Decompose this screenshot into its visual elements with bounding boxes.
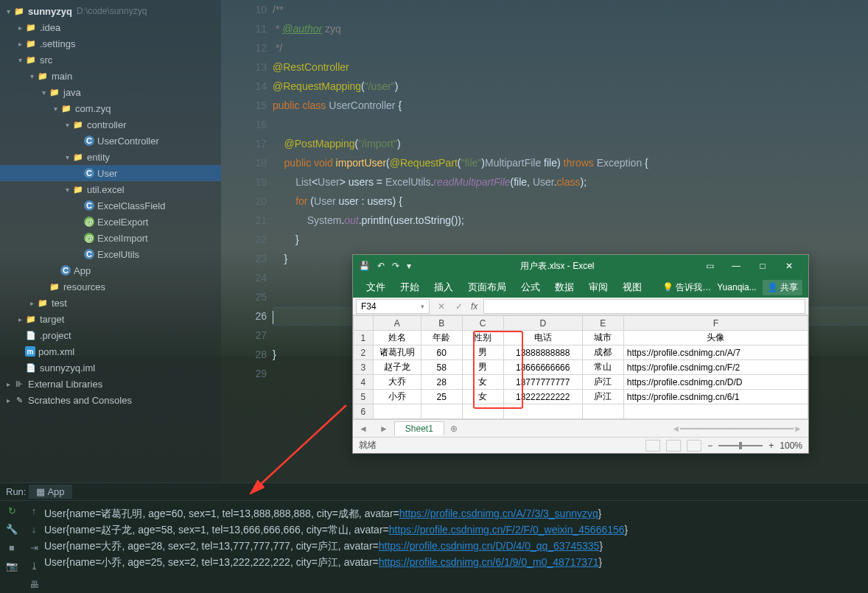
tree-item--settings[interactable]: ▸📁.settings <box>0 35 221 52</box>
tree-item-excelimport[interactable]: ▸@ExcelImport <box>0 230 221 246</box>
print-icon[interactable]: 🖶 <box>29 579 39 590</box>
tree-item-user[interactable]: ▸CUser <box>0 165 221 181</box>
ribbon-tab-页面布局[interactable]: 页面布局 <box>461 281 514 294</box>
excel-statusbar: 就绪 − + 100% <box>353 437 808 453</box>
excel-titlebar[interactable]: 💾 ↶ ↷ ▾ 用户表.xlsx - Excel ▭ — □ ✕ <box>353 255 808 277</box>
share-button[interactable]: 👤 共享 <box>763 280 802 295</box>
tree-item-entity[interactable]: ▾📁entity <box>0 149 221 165</box>
excel-title: 用户表.xlsx - Excel <box>419 260 696 273</box>
ribbon-tab-文件[interactable]: 文件 <box>359 281 393 294</box>
tree-item--project[interactable]: ▸📄.project <box>0 327 221 343</box>
sheet-nav-next-icon[interactable]: ► <box>374 424 394 434</box>
tree-item--idea[interactable]: ▸📁.idea <box>0 19 221 35</box>
close-icon[interactable]: ✕ <box>776 258 802 274</box>
console-output[interactable]: User{name=诸葛孔明, age=60, sex=1, tel=13,88… <box>44 501 868 593</box>
run-panel: Run: ▦ App ↻ 🔧 ■ 📷 ↑ ↓ ⇥ ⤓ 🖶 User{name=诸… <box>0 483 868 593</box>
run-tab[interactable]: ▦ App <box>29 485 71 499</box>
zoom-level[interactable]: 100% <box>780 441 802 451</box>
project-root[interactable]: ▾📁sunnyzyqD:\code\sunnyzyq <box>0 3 221 19</box>
ribbon-tab-视图[interactable]: 视图 <box>615 281 649 294</box>
tell-me[interactable]: 💡 告诉我… <box>662 281 711 294</box>
ribbon-tab-开始[interactable]: 开始 <box>393 281 427 294</box>
tree-item-java[interactable]: ▾📁java <box>0 84 221 100</box>
wrench-icon[interactable]: 🔧 <box>6 524 18 535</box>
save-icon[interactable]: 💾 <box>359 261 370 271</box>
up-icon[interactable]: ↑ <box>32 505 37 516</box>
redo-icon[interactable]: ↷ <box>392 261 399 271</box>
sheet-tabs: ◄ ► Sheet1 ⊕ ◄━━━━━━━━━━━━━━━━━━━━━━► <box>353 419 808 437</box>
view-break-icon[interactable] <box>687 440 701 452</box>
excel-ribbon: 文件开始插入页面布局公式数据审阅视图 💡 告诉我… Yuanqia... 👤 共… <box>353 277 808 298</box>
tree-item-util-excel[interactable]: ▾📁util.excel <box>0 181 221 197</box>
view-normal-icon[interactable] <box>645 440 660 452</box>
down-icon[interactable]: ↓ <box>32 524 37 535</box>
enter-icon[interactable]: ✓ <box>450 301 468 312</box>
sheet-tab[interactable]: Sheet1 <box>394 421 444 435</box>
formula-bar: F34▾ ✕ ✓ fx <box>353 298 808 315</box>
zoom-in-icon[interactable]: + <box>769 441 774 451</box>
ribbon-tab-数据[interactable]: 数据 <box>547 281 581 294</box>
tree-item-com-zyq[interactable]: ▾📁com.zyq <box>0 100 221 116</box>
tree-item-main[interactable]: ▾📁main <box>0 68 221 84</box>
ribbon-display-icon[interactable]: ▭ <box>696 258 723 274</box>
maximize-icon[interactable]: □ <box>749 258 776 274</box>
undo-icon[interactable]: ↶ <box>377 261 385 271</box>
ribbon-tab-插入[interactable]: 插入 <box>427 281 461 294</box>
fx-icon[interactable]: fx <box>468 301 480 312</box>
tree-item-excelclassfield[interactable]: ▸CExcelClassField <box>0 197 221 214</box>
sheet-nav-prev-icon[interactable]: ◄ <box>353 424 374 434</box>
project-tree: ▾📁sunnyzyqD:\code\sunnyzyq▸📁.idea▸📁.sett… <box>0 0 221 483</box>
tree-item-controller[interactable]: ▾📁controller <box>0 116 221 133</box>
soft-wrap-icon[interactable]: ⇥ <box>30 542 38 553</box>
name-box[interactable]: F34▾ <box>356 299 430 314</box>
tree-item-external-libraries[interactable]: ▸⊪External Libraries <box>0 376 221 392</box>
excel-window: 💾 ↶ ↷ ▾ 用户表.xlsx - Excel ▭ — □ ✕ 文件开始插入页… <box>352 254 809 454</box>
tree-item-pom-xml[interactable]: ▸mpom.xml <box>0 343 221 359</box>
zoom-out-icon[interactable]: − <box>707 441 713 451</box>
camera-icon[interactable]: 📷 <box>6 561 18 572</box>
dropdown-icon[interactable]: ▾ <box>407 261 411 271</box>
view-layout-icon[interactable] <box>666 440 681 452</box>
run-title: Run: <box>6 486 26 497</box>
status-ready: 就绪 <box>359 439 645 452</box>
formula-input[interactable] <box>483 299 805 314</box>
minimize-icon[interactable]: — <box>723 258 749 274</box>
tree-item-scratches-and-consoles[interactable]: ▸✎Scratches and Consoles <box>0 392 221 408</box>
tree-item-target[interactable]: ▸📁target <box>0 311 221 327</box>
tree-item-src[interactable]: ▾📁src <box>0 52 221 68</box>
tree-item-app[interactable]: ▸CApp <box>0 262 221 278</box>
excel-grid[interactable]: ABCDEF1姓名年龄性别电话城市头像2诸葛孔明60男13888888888成都… <box>353 315 808 419</box>
ribbon-tab-审阅[interactable]: 审阅 <box>581 281 615 294</box>
tree-item-test[interactable]: ▸📁test <box>0 295 221 311</box>
account-name[interactable]: Yuanqia... <box>717 282 756 292</box>
new-sheet-icon[interactable]: ⊕ <box>444 424 463 434</box>
tree-item-resources[interactable]: ▸📁resources <box>0 278 221 295</box>
cancel-icon[interactable]: ✕ <box>433 301 450 312</box>
rerun-icon[interactable]: ↻ <box>8 505 16 516</box>
tree-item-sunnyzyq-iml[interactable]: ▸📄sunnyzyq.iml <box>0 359 221 376</box>
tree-item-excelutils[interactable]: ▸CExcelUtils <box>0 246 221 262</box>
tree-item-usercontroller[interactable]: ▸CUserController <box>0 133 221 149</box>
ribbon-tab-公式[interactable]: 公式 <box>514 281 547 294</box>
tree-item-excelexport[interactable]: ▸@ExcelExport <box>0 214 221 230</box>
stop-icon[interactable]: ■ <box>9 542 15 553</box>
scroll-end-icon[interactable]: ⤓ <box>30 561 38 572</box>
